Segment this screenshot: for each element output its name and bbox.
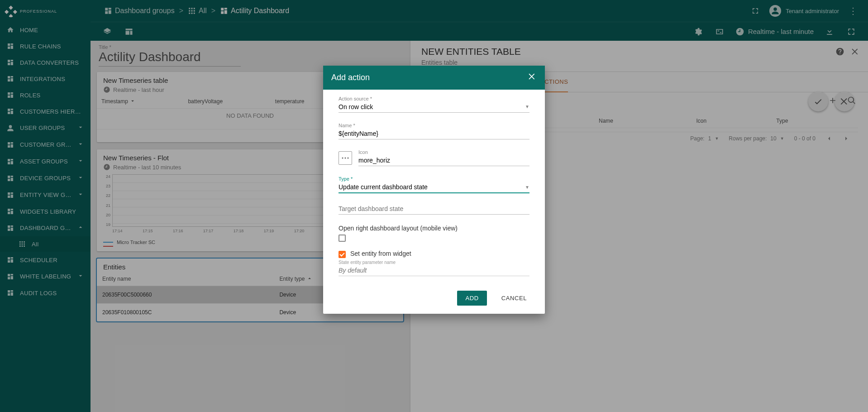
more-horiz-icon bbox=[341, 154, 349, 162]
target-state-input[interactable] bbox=[339, 203, 529, 215]
icon-picker[interactable] bbox=[339, 151, 352, 165]
checkbox-label: Set entity from widget bbox=[350, 250, 411, 257]
dropdown-arrow-icon: ▼ bbox=[525, 104, 529, 109]
field-label: Action source * bbox=[339, 96, 529, 101]
close-icon bbox=[528, 72, 537, 81]
checkbox-label: Open right dashboard layout (mobile view… bbox=[339, 225, 529, 232]
dropdown-arrow-icon: ▼ bbox=[525, 185, 529, 190]
icon-name-input[interactable] bbox=[358, 155, 529, 166]
action-name-input[interactable] bbox=[339, 128, 529, 139]
dialog-close-button[interactable] bbox=[528, 72, 537, 83]
open-right-layout-checkbox[interactable] bbox=[339, 235, 346, 242]
field-label: Name * bbox=[339, 123, 529, 128]
field-label: Icon bbox=[358, 149, 529, 155]
modal-overlay[interactable]: Add action Action source * ▼ Name * Icon bbox=[0, 0, 868, 412]
state-param-input[interactable] bbox=[339, 265, 529, 276]
dialog-title: Add action bbox=[331, 73, 370, 82]
field-label: State entity parameter name bbox=[339, 260, 529, 265]
dialog-add-button[interactable]: ADD bbox=[457, 291, 486, 306]
dialog-cancel-button[interactable]: CANCEL bbox=[493, 291, 535, 306]
action-type-select[interactable] bbox=[339, 182, 529, 193]
set-entity-checkbox[interactable] bbox=[339, 251, 346, 258]
add-action-dialog: Add action Action source * ▼ Name * Icon bbox=[323, 66, 545, 314]
action-source-select[interactable] bbox=[339, 101, 529, 113]
field-label: Type * bbox=[339, 176, 529, 182]
